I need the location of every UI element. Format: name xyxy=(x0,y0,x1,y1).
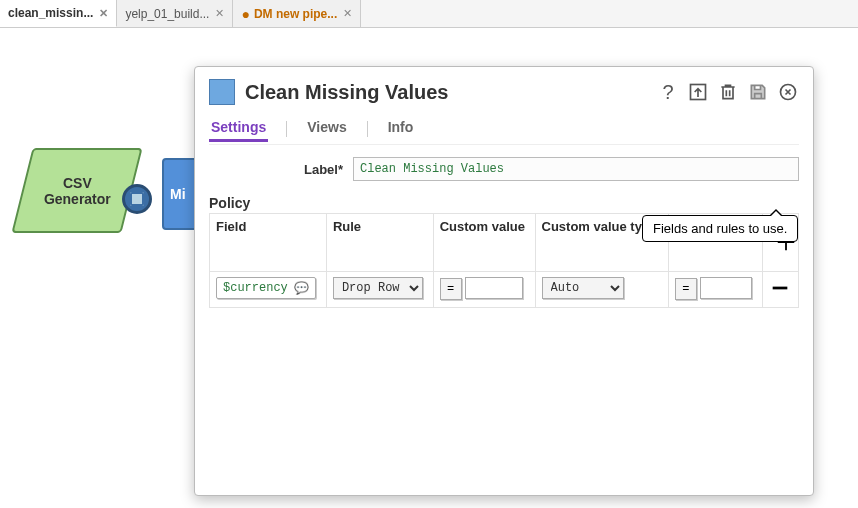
close-icon[interactable]: ✕ xyxy=(215,7,224,20)
expression-icon[interactable]: 💬 xyxy=(294,281,309,296)
settings-panel: Clean Missing Values ? Settings Views In… xyxy=(194,66,814,496)
modified-icon: ● xyxy=(241,7,249,21)
panel-actions: ? xyxy=(657,81,799,103)
rule-select[interactable]: Drop Row xyxy=(333,277,423,299)
save-icon[interactable] xyxy=(747,81,769,103)
label-field-label: Label* xyxy=(209,162,353,177)
snap-icon xyxy=(209,79,235,105)
node-label: CSVGenerator xyxy=(44,175,111,207)
tab-separator xyxy=(286,121,287,137)
tab-clean-missing[interactable]: clean_missin... ✕ xyxy=(0,0,117,27)
tab-views[interactable]: Views xyxy=(305,115,348,142)
table-row: $currency 💬 Drop Row = Auto xyxy=(210,272,799,308)
panel-tab-strip: Settings Views Info xyxy=(209,115,799,145)
help-icon[interactable]: ? xyxy=(657,81,679,103)
tab-label: yelp_01_build... xyxy=(125,7,209,21)
tab-label: DM new pipe... xyxy=(254,7,337,21)
tab-label: clean_missin... xyxy=(8,6,93,20)
col-rule: Rule xyxy=(326,214,433,272)
tab-settings[interactable]: Settings xyxy=(209,115,268,142)
tab-info[interactable]: Info xyxy=(386,115,416,142)
label-row: Label* xyxy=(209,157,799,181)
col-field: Field xyxy=(210,214,327,272)
field-chip[interactable]: $currency 💬 xyxy=(216,277,316,299)
tab-separator xyxy=(367,121,368,137)
field-value: $currency xyxy=(223,281,288,295)
custom-value-input[interactable] xyxy=(465,277,523,299)
panel-title: Clean Missing Values xyxy=(245,81,657,104)
expression-toggle[interactable]: = xyxy=(675,278,697,300)
custom-value-type-select[interactable]: Auto xyxy=(542,277,624,299)
remove-row-button[interactable] xyxy=(769,277,791,299)
expression-toggle[interactable]: = xyxy=(440,278,462,300)
panel-header: Clean Missing Values ? xyxy=(209,79,799,105)
tooltip: Fields and rules to use. xyxy=(642,215,798,242)
node-label-truncated: Mi xyxy=(170,186,186,202)
replaced-value-input[interactable] xyxy=(700,277,752,299)
close-panel-icon[interactable] xyxy=(777,81,799,103)
close-icon[interactable]: ✕ xyxy=(99,7,108,20)
trash-icon[interactable] xyxy=(717,81,739,103)
policy-heading: Policy xyxy=(209,195,799,211)
close-icon[interactable]: ✕ xyxy=(343,7,352,20)
tab-yelp-build[interactable]: yelp_01_build... ✕ xyxy=(117,0,233,27)
node-csv-generator[interactable]: CSVGenerator xyxy=(11,148,142,233)
col-custom-value: Custom value xyxy=(433,214,535,272)
label-input[interactable] xyxy=(353,157,799,181)
tab-dm-new-pipe[interactable]: ● DM new pipe... ✕ xyxy=(233,0,361,27)
document-tabs: clean_missin... ✕ yelp_01_build... ✕ ● D… xyxy=(0,0,858,28)
connector-icon[interactable] xyxy=(122,184,152,214)
export-icon[interactable] xyxy=(687,81,709,103)
